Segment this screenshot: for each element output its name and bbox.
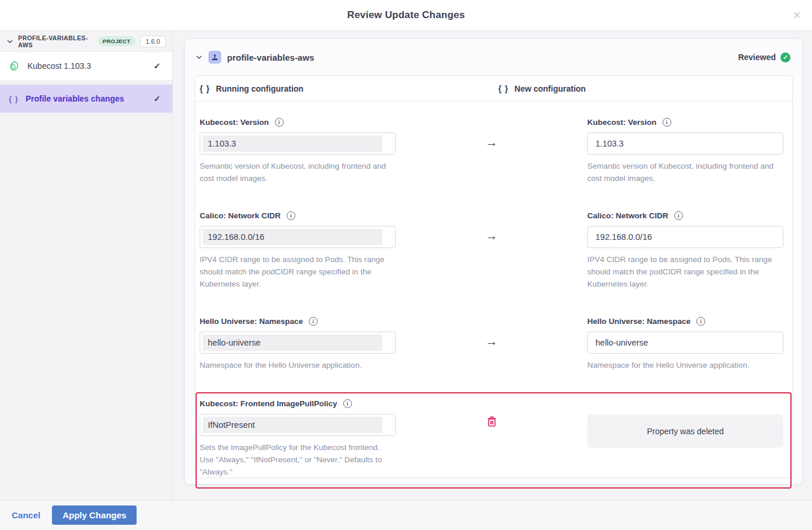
property-deleted-box: Property was deleted [587,414,783,448]
field-label: Kubecost: Version [200,118,269,127]
cancel-button[interactable]: Cancel [12,510,40,520]
chevron-down-icon [196,54,203,61]
sidebar-profile-header[interactable]: PROFILE-VARIABLES-AWS PROJECT 1.6.0 [0,31,172,52]
dialog-footer: Cancel Apply Changes [0,500,812,530]
profile-icon [208,51,221,64]
field-description: Namespace for the Hello Universe applica… [200,359,396,371]
profile-card-header[interactable]: profile-variables-aws Reviewed ✓ [185,39,802,75]
dialog-header: Review Update Changes ✕ [0,0,812,31]
sidebar-item-kubecost[interactable]: Kubecost 1.103.3 ✓ [0,52,172,80]
new-value: 192.168.0.0/16 [595,232,652,242]
status-badge: Reviewed ✓ [738,53,790,62]
profile-card: profile-variables-aws Reviewed ✓ { } Run… [184,39,803,484]
running-config-header: { } Running configuration [195,84,494,93]
field-label: Kubecost: Frontend ImagePullPolicy [200,399,337,408]
dialog-title: Review Update Changes [347,9,465,21]
info-icon[interactable]: i [674,211,683,220]
running-column: Kubecost: Version i 1.103.3 Semantic ver… [200,117,396,184]
braces-icon: { } [9,95,19,103]
field-row-hello-universe-namespace: Hello Universe: Namespace i hello-univer… [195,316,792,371]
field-description: IPV4 CIDR range to be assigned to Pods. … [587,253,783,290]
apply-changes-button[interactable]: Apply Changes [52,505,137,525]
field-description: Semantic version of Kubecost, including … [200,160,396,184]
config-columns-header: { } Running configuration { } New config… [195,76,792,102]
trash-icon[interactable] [486,416,497,427]
field-rows: Kubecost: Version i 1.103.3 Semantic ver… [195,102,792,489]
new-column: Hello Universe: Namespace i hello-univer… [587,316,783,371]
field-label: Hello Universe: Namespace [587,317,691,326]
running-config-label: Running configuration [216,84,304,93]
running-value-input[interactable]: hello-universe [200,332,396,354]
sidebar-item-label: Kubecost 1.103.3 [27,61,91,71]
new-value-input[interactable]: 192.168.0.0/16 [587,226,783,248]
check-icon: ✓ [154,61,161,71]
new-config-header: { } New configuration [494,84,793,93]
new-column: Property was deleted [587,398,783,478]
sidebar-empty-area [0,113,172,500]
field-description: Namespace for the Hello Universe applica… [587,359,783,371]
main-content: profile-variables-aws Reviewed ✓ { } Run… [173,31,812,500]
sidebar-divider [0,80,172,85]
new-column: Calico: Network CIDR i 192.168.0.0/16 IP… [587,210,783,290]
reviewed-label: Reviewed [738,53,776,62]
field-label: Hello Universe: Namespace [200,317,303,326]
field-description: Sets the ImagePullPolicy for the Kubecos… [200,441,396,478]
running-value-input[interactable]: 1.103.3 [200,132,396,155]
running-value-input[interactable]: 192.168.0.0/16 [200,226,396,248]
sidebar-item-label: Profile variables changes [26,94,124,103]
new-value-input[interactable]: 1.103.3 [587,132,783,155]
chevron-down-icon [6,38,13,45]
new-value-input[interactable]: hello-universe [587,332,783,354]
braces-icon: { } [200,84,210,93]
review-dialog: Review Update Changes ✕ PROFILE-VARIABLE… [0,0,812,530]
running-value-input[interactable]: IfNotPresent [200,414,396,436]
kubecost-icon [9,60,20,72]
running-value: 1.103.3 [203,135,382,152]
field-label: Calico: Network CIDR [587,211,668,220]
running-value: hello-universe [203,334,382,351]
reviewed-check-icon: ✓ [780,53,790,62]
new-value: hello-universe [595,338,648,347]
sidebar-item-profile-variables[interactable]: { } Profile variables changes ✓ [0,85,172,113]
braces-icon: { } [499,84,509,93]
info-icon[interactable]: i [663,118,671,127]
field-row-imagepullpolicy-deleted: Kubecost: Frontend ImagePullPolicy i IfN… [196,392,792,489]
arrow-right-icon: → [486,135,498,149]
info-icon[interactable]: i [275,118,284,127]
running-column: Hello Universe: Namespace i hello-univer… [200,316,396,371]
new-config-label: New configuration [514,84,586,93]
running-column: Kubecost: Frontend ImagePullPolicy i IfN… [200,398,396,478]
arrow-right-icon: → [486,229,498,243]
field-label: Kubecost: Version [587,118,657,127]
version-badge: 1.6.0 [140,36,166,47]
running-value: IfNotPresent [203,417,382,433]
field-description: IPV4 CIDR range to be assigned to Pods. … [200,253,396,290]
field-row-kubecost-version: Kubecost: Version i 1.103.3 Semantic ver… [195,117,792,184]
new-value: 1.103.3 [595,139,623,148]
check-icon: ✓ [154,94,161,103]
profile-name: PROFILE-VARIABLES-AWS [18,34,93,48]
field-label: Calico: Network CIDR [200,211,281,220]
field-description: Semantic version of Kubecost, including … [587,160,783,184]
project-badge: PROJECT [98,36,135,46]
info-icon[interactable]: i [309,317,318,326]
info-icon[interactable]: i [696,317,705,326]
arrow-right-icon: → [486,334,498,348]
info-icon[interactable]: i [343,399,352,408]
panel-title: profile-variables-aws [227,53,314,62]
new-column: Kubecost: Version i 1.103.3 Semantic ver… [587,117,783,184]
sidebar: PROFILE-VARIABLES-AWS PROJECT 1.6.0 Kube… [0,31,173,500]
field-row-calico-cidr: Calico: Network CIDR i 192.168.0.0/16 IP… [195,210,792,290]
running-column: Calico: Network CIDR i 192.168.0.0/16 IP… [200,210,396,290]
config-diff-card: { } Running configuration { } New config… [194,75,793,478]
running-value: 192.168.0.0/16 [203,229,382,245]
close-icon[interactable]: ✕ [790,9,803,22]
info-icon[interactable]: i [287,211,295,220]
